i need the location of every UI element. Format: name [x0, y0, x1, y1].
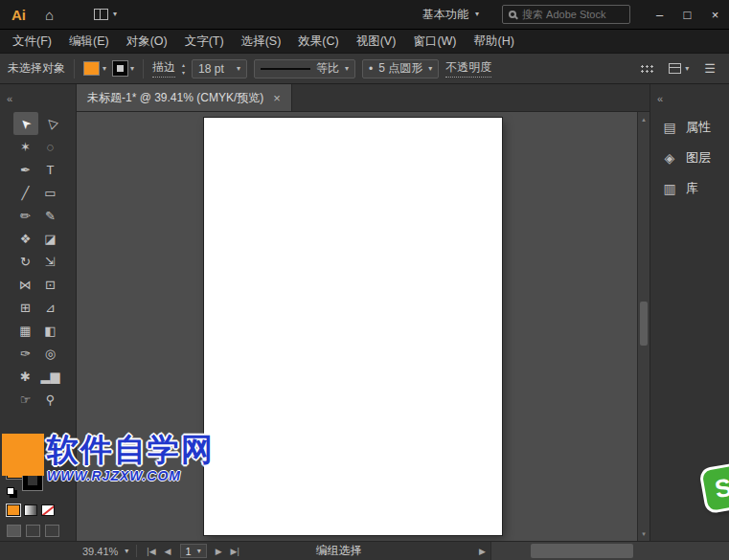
search-input[interactable]: [522, 9, 624, 20]
draw-behind-button[interactable]: [26, 525, 40, 537]
chevron-down-icon: ▾: [475, 11, 479, 18]
scroll-down-icon[interactable]: ▾: [638, 530, 649, 537]
rotate-tool[interactable]: ↻: [13, 250, 38, 273]
free-transform-tool[interactable]: ⊡: [38, 273, 63, 296]
workspace-label: 基本功能: [422, 7, 468, 23]
gradient-tool[interactable]: ◧: [38, 319, 63, 342]
home-icon[interactable]: ⌂: [35, 7, 63, 23]
stroke-weight-dropdown[interactable]: 18 pt ▾: [192, 59, 247, 78]
shape-builder-tool[interactable]: ⊞: [13, 296, 38, 319]
stock-search-box[interactable]: [502, 5, 630, 24]
zoom-level-dropdown[interactable]: 39.41% ▾: [82, 546, 136, 557]
menu-type[interactable]: 文字(T): [176, 30, 233, 53]
chevron-down-icon: ▾: [428, 65, 432, 73]
panel-tab-libraries[interactable]: ▥ 库: [650, 173, 729, 204]
zoom-level-value: 39.41%: [82, 546, 118, 557]
blend-tool[interactable]: ◎: [38, 342, 63, 365]
panel-tab-properties[interactable]: ▤ 属性: [650, 112, 729, 143]
menu-file[interactable]: 文件(F): [4, 30, 60, 53]
vertical-scrollbar[interactable]: ▴ ▾: [637, 112, 649, 541]
rectangle-tool[interactable]: ▭: [38, 181, 63, 204]
canvas-pasteboard[interactable]: ▴ ▾: [77, 112, 649, 541]
shaper-tool[interactable]: ✎: [38, 204, 63, 227]
previous-artboard-button[interactable]: ◀: [165, 547, 171, 556]
scroll-up-icon[interactable]: ▴: [638, 116, 649, 123]
toolbar-bottom-cluster: [0, 459, 76, 541]
eraser-tool[interactable]: ◪: [38, 227, 63, 250]
magic-wand-tool[interactable]: ✶: [13, 135, 38, 158]
menu-help[interactable]: 帮助(H): [466, 30, 523, 53]
draw-inside-button[interactable]: [45, 525, 59, 537]
opacity-link[interactable]: 不透明度: [445, 59, 491, 78]
perspective-grid-tool[interactable]: ⊿: [38, 296, 63, 319]
menu-object[interactable]: 对象(O): [118, 30, 176, 53]
zoom-tool[interactable]: ⚲: [38, 388, 63, 411]
toolbar-panel: « ➤ ▷ ✶ ◌ ✒ T ╱ ▭ ✏ ✎ ❖ ◪ ↻ ⇲ ⋈ ⊡ ⊞ ⊿ ▦: [0, 84, 77, 541]
horizontal-scrollbar[interactable]: [490, 542, 729, 560]
first-artboard-button[interactable]: |◀: [147, 547, 155, 556]
draw-mode-row: [7, 525, 76, 537]
chevron-down-icon: ▾: [125, 548, 128, 555]
line-segment-tool-icon: ╱: [22, 187, 30, 199]
mesh-tool[interactable]: ▦: [13, 319, 38, 342]
line-segment-tool[interactable]: ╱: [13, 181, 38, 204]
width-tool[interactable]: ⋈: [13, 273, 38, 296]
arrange-documents-button[interactable]: ▾: [88, 9, 123, 20]
none-button[interactable]: [41, 504, 55, 516]
tab-close-icon[interactable]: ×: [273, 92, 281, 104]
fill-color-control[interactable]: ▾: [83, 61, 106, 76]
artboard-number-dropdown[interactable]: 1 ▾: [180, 544, 207, 558]
lasso-tool[interactable]: ◌: [38, 135, 63, 158]
stroke-swatch[interactable]: [23, 471, 42, 490]
toolbar-collapse-icon[interactable]: «: [0, 84, 76, 112]
selection-tool[interactable]: ➤: [13, 112, 38, 135]
stroke-color-control[interactable]: ▾: [113, 61, 134, 76]
pen-tool[interactable]: ✒: [13, 158, 38, 181]
menu-view[interactable]: 视图(V): [348, 30, 405, 53]
gradient-button[interactable]: [24, 504, 37, 516]
dock-collapse-icon[interactable]: «: [650, 84, 729, 112]
scroll-right-icon[interactable]: ▶: [474, 547, 490, 556]
vertical-scrollbar-thumb[interactable]: [640, 302, 648, 346]
menu-effect[interactable]: 效果(C): [289, 30, 347, 53]
chevron-down-icon: ▾: [685, 65, 689, 73]
next-artboard-button[interactable]: ▶: [216, 547, 222, 556]
document-tab[interactable]: 未标题-1* @ 39.41% (CMYK/预览) ×: [77, 84, 292, 111]
eyedropper-tool[interactable]: ✑: [13, 342, 38, 365]
stroke-weight-stepper[interactable]: ▴ ▾: [182, 62, 185, 76]
brush-definition-dropdown[interactable]: • 5 点圆形 ▾: [362, 59, 439, 78]
rectangle-tool-icon: ▭: [44, 187, 56, 199]
chevron-down-icon: ▾: [130, 65, 134, 73]
workspace-switcher[interactable]: 基本功能 ▾: [422, 7, 479, 23]
width-profile-preview: [261, 68, 310, 70]
stroke-panel-link[interactable]: 描边: [152, 59, 175, 78]
panel-tab-layers[interactable]: ◈ 图层: [650, 143, 729, 173]
symbol-sprayer-tool[interactable]: ✱: [13, 365, 38, 388]
illustrator-window: Ai ⌂ ▾ 基本功能 ▾ – □ × 文件(F) 编辑(E) 对象(O) 文字…: [0, 0, 729, 560]
menu-edit[interactable]: 编辑(E): [60, 30, 118, 53]
fill-color-swatch: [83, 61, 100, 76]
panel-options-button[interactable]: ▾: [669, 63, 689, 74]
direct-selection-tool[interactable]: ▷: [38, 112, 63, 135]
draw-normal-button[interactable]: [7, 525, 21, 537]
stroke-color-swatch: [113, 61, 127, 76]
default-colors-icon[interactable]: [7, 487, 17, 498]
width-profile-dropdown[interactable]: 等比 ▾: [254, 59, 355, 78]
control-panel-menu-icon[interactable]: ☰: [704, 61, 716, 76]
maximize-button[interactable]: □: [673, 0, 701, 29]
align-icon[interactable]: [640, 64, 653, 74]
artboard[interactable]: [204, 118, 502, 535]
paintbrush-tool[interactable]: ✏: [13, 204, 38, 227]
last-artboard-button[interactable]: ▶|: [231, 547, 239, 556]
scale-tool[interactable]: ⇲: [38, 250, 63, 273]
color-button[interactable]: [7, 504, 20, 516]
column-graph-tool[interactable]: ▂▆: [38, 365, 63, 388]
menu-window[interactable]: 窗口(W): [404, 30, 465, 53]
blob-brush-tool[interactable]: ❖: [13, 227, 38, 250]
type-tool[interactable]: T: [38, 158, 63, 181]
hand-tool[interactable]: ☞: [13, 388, 38, 411]
minimize-button[interactable]: –: [646, 0, 673, 29]
menu-select[interactable]: 选择(S): [233, 30, 290, 53]
horizontal-scrollbar-thumb[interactable]: [531, 544, 633, 558]
close-button[interactable]: ×: [701, 0, 729, 29]
